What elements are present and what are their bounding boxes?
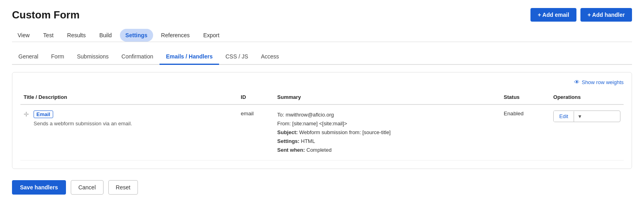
operations-cell: Edit ▼ (550, 104, 624, 161)
operations-btn-group: Edit ▼ (553, 110, 620, 122)
col-operations: Operations (550, 90, 624, 104)
tab-references[interactable]: References (156, 29, 195, 42)
col-status: Status (500, 90, 550, 104)
summary-subject: Subject: Webform submission from: [sourc… (277, 128, 498, 137)
email-description: Sends a webform submission via an email. (34, 121, 132, 127)
subtab-confirmation[interactable]: Confirmation (115, 49, 160, 65)
subtab-form[interactable]: Form (45, 49, 71, 65)
content-area: 👁 Show row weights Title / Description I… (12, 72, 632, 169)
summary-to: To: mwithrow@aflcio.org (277, 110, 498, 119)
tab-export[interactable]: Export (197, 29, 225, 42)
status-badge: Enabled (504, 110, 524, 117)
table-header-row: Title / Description ID Summary Status Op… (20, 90, 624, 104)
sub-tabs: General Form Submissions Confirmation Em… (12, 49, 632, 65)
cancel-button[interactable]: Cancel (71, 180, 104, 195)
tab-results[interactable]: Results (62, 29, 92, 42)
summary-cell: To: mwithrow@aflcio.org From: [site:name… (274, 104, 501, 161)
subtab-access[interactable]: Access (255, 49, 285, 65)
table-row: ✛ Email Sends a webform submission via a… (20, 104, 624, 161)
id-cell: email (237, 104, 274, 161)
top-buttons: + Add email + Add handler (530, 8, 632, 22)
tab-build[interactable]: Build (94, 29, 117, 42)
top-bar: Custom Form + Add email + Add handler (12, 8, 632, 22)
subtab-emails-handlers[interactable]: Emails / Handlers (160, 49, 219, 65)
operations-dropdown-button[interactable]: ▼ (574, 111, 585, 122)
tab-test[interactable]: Test (38, 29, 59, 42)
reset-button[interactable]: Reset (108, 180, 138, 195)
subtab-css-js[interactable]: CSS / JS (219, 49, 255, 65)
tab-view[interactable]: View (12, 29, 35, 42)
summary-settings: Settings: HTML (277, 137, 498, 146)
col-summary: Summary (274, 90, 501, 104)
show-row-weights-bar: 👁 Show row weights (20, 79, 624, 85)
add-email-button[interactable]: + Add email (530, 8, 576, 22)
add-handler-button[interactable]: + Add handler (580, 8, 632, 22)
summary-from: From: [site:name] <[site:mail]> (277, 119, 498, 128)
edit-button[interactable]: Edit (554, 111, 574, 122)
save-handlers-button[interactable]: Save handlers (12, 180, 66, 195)
subtab-general[interactable]: General (12, 49, 45, 65)
page-title: Custom Form (12, 9, 80, 21)
email-title-link[interactable]: Email (34, 110, 53, 118)
handler-table: Title / Description ID Summary Status Op… (20, 90, 624, 161)
col-title: Title / Description (20, 90, 237, 104)
drag-handle-icon[interactable]: ✛ (24, 110, 31, 118)
summary-sent-when: Sent when: Completed (277, 146, 498, 155)
title-desc-cell: ✛ Email Sends a webform submission via a… (20, 104, 237, 161)
status-cell: Enabled (500, 104, 550, 161)
tab-settings[interactable]: Settings (120, 29, 153, 42)
show-row-weights-link[interactable]: 👁 Show row weights (574, 79, 624, 85)
nav-tabs: View Test Results Build Settings Referen… (12, 29, 632, 42)
col-id: ID (237, 90, 274, 104)
show-row-weights-label: Show row weights (582, 79, 624, 85)
eye-icon: 👁 (574, 79, 580, 85)
bottom-buttons: Save handlers Cancel Reset (12, 180, 632, 195)
subtab-submissions[interactable]: Submissions (70, 49, 115, 65)
